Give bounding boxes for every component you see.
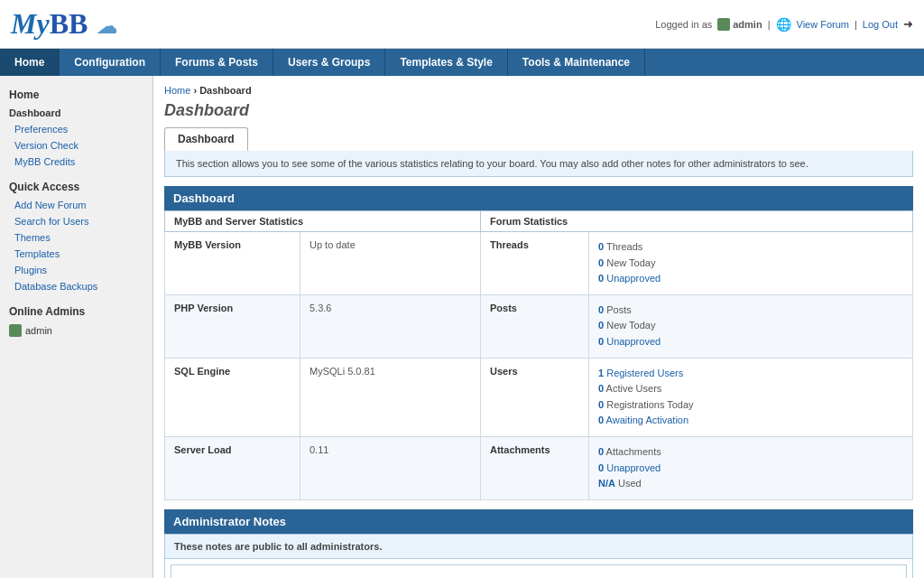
main-layout: Home Dashboard Preferences Version Check… (0, 76, 924, 578)
stat-row-value-3: 0.11 (300, 436, 481, 499)
col-header-mybb: MyBB and Server Statistics (165, 211, 481, 232)
stat-text: Awaiting Activation (604, 415, 688, 425)
stat-row-value-1: 5.3.6 (300, 294, 481, 358)
admin-icon-small: admin (717, 18, 762, 31)
logout-arrow-icon: ➜ (903, 17, 913, 31)
sidebar-item-preferences[interactable]: Preferences (0, 121, 152, 137)
stat-text: Registered Users (604, 368, 683, 378)
description-box: This section allows you to see some of t… (164, 151, 913, 177)
stat-text: New Today (604, 320, 655, 331)
breadcrumb: Home › Dashboard (164, 85, 913, 96)
stat-text: Unapproved (604, 462, 661, 473)
forum-stat-label-0: Threads (481, 232, 589, 295)
forum-stat-values-1: 0 Posts0 New Today0 Unapproved (589, 294, 913, 358)
log-out-link[interactable]: Log Out (863, 19, 898, 30)
view-forum-link[interactable]: View Forum (797, 19, 849, 30)
page-title: Dashboard (164, 101, 913, 120)
stat-text: Registrations Today (604, 399, 693, 410)
stat-text: Threads (604, 241, 642, 252)
navbar: Home Configuration Forums & Posts Users … (0, 49, 924, 76)
forum-stat-label-1: Posts (481, 294, 589, 358)
content-area: Home › Dashboard Dashboard Dashboard Thi… (153, 76, 924, 578)
admin-notes-header: Administrator Notes (164, 509, 913, 534)
online-admin-name: admin (25, 325, 52, 336)
breadcrumb-current: Dashboard (199, 85, 251, 96)
stat-row-label-3: Server Load (165, 436, 300, 499)
forum-stat-values-2: 1 Registered Users0 Active Users0 Regist… (589, 358, 913, 436)
admin-notes-desc: These notes are public to all administra… (164, 534, 913, 559)
online-admin-icon (9, 324, 22, 337)
online-admin-entry: admin (0, 322, 152, 340)
stat-text: Unapproved (604, 273, 661, 284)
nav-home[interactable]: Home (0, 49, 60, 76)
header: MyBB ☁ Logged in as admin | 🌐 View Forum… (0, 0, 924, 49)
logo: MyBB ☁ (11, 7, 116, 41)
stat-text: Unapproved (604, 336, 661, 347)
stat-num: N/A (598, 478, 615, 489)
sidebar-item-plugins[interactable]: Plugins (0, 262, 152, 278)
nav-forums-posts[interactable]: Forums & Posts (161, 49, 273, 76)
nav-configuration[interactable]: Configuration (60, 49, 161, 76)
view-forum-icon: 🌐 (776, 17, 791, 32)
stat-row-label-2: SQL Engine (165, 358, 300, 436)
stat-row-label-1: PHP Version (165, 294, 300, 358)
breadcrumb-home[interactable]: Home (164, 85, 190, 96)
stat-text: Active Users (604, 383, 661, 394)
logo-cloud-icon: ☁ (97, 15, 116, 38)
forum-stat-values-3: 0 Attachments0 UnapprovedN/A Used (589, 436, 913, 499)
stat-text: Posts (604, 304, 632, 315)
separator1: | (768, 19, 771, 30)
sidebar-item-dashboard[interactable]: Dashboard (0, 105, 152, 121)
stat-line: 0 New Today (598, 318, 903, 334)
sidebar-item-mybb-credits[interactable]: MyBB Credits (0, 154, 152, 170)
sidebar-section-home: Home (0, 83, 152, 105)
stat-line: 0 Attachments (598, 444, 903, 461)
sidebar-section-quick-access: Quick Access (0, 175, 152, 197)
notes-area-wrap (164, 559, 913, 578)
admin-notes-textarea[interactable] (171, 564, 907, 578)
stat-line: 0 Registrations Today (598, 397, 903, 414)
stat-line: 0 Unapproved (598, 334, 903, 350)
dashboard-section-header: Dashboard (164, 186, 913, 210)
sidebar-item-search-for-users[interactable]: Search for Users (0, 213, 152, 229)
stat-line: 0 Threads (598, 239, 903, 256)
col-header-forum: Forum Statistics (481, 211, 913, 232)
stat-text: Used (615, 478, 642, 489)
stat-line: N/A Used (598, 476, 903, 492)
sidebar-item-templates[interactable]: Templates (0, 246, 152, 262)
forum-stat-label-2: Users (481, 358, 589, 436)
nav-users-groups[interactable]: Users & Groups (273, 49, 385, 76)
sidebar-section-online-admins: Online Admins (0, 300, 152, 322)
stat-text: New Today (604, 257, 655, 268)
stat-line: 0 Posts (598, 303, 903, 319)
admin-notes-section: Administrator Notes These notes are publ… (164, 509, 913, 578)
sidebar-item-add-new-forum[interactable]: Add New Forum (0, 197, 152, 213)
tab-dashboard[interactable]: Dashboard (164, 127, 248, 151)
logo-text: MyBB (11, 7, 95, 40)
separator2: | (855, 19, 857, 30)
dashboard-section: Dashboard MyBB and Server Statistics For… (164, 186, 913, 500)
stats-table: MyBB and Server Statistics Forum Statist… (164, 210, 913, 500)
sidebar: Home Dashboard Preferences Version Check… (0, 76, 153, 578)
tab-bar: Dashboard (164, 127, 913, 151)
nav-templates-style[interactable]: Templates & Style (385, 49, 507, 76)
top-right-bar: Logged in as admin | 🌐 View Forum | Log … (655, 17, 913, 32)
sidebar-item-database-backups[interactable]: Database Backups (0, 278, 152, 294)
forum-stat-values-0: 0 Threads0 New Today0 Unapproved (589, 232, 913, 295)
sidebar-item-version-check[interactable]: Version Check (0, 137, 152, 154)
stat-text: Attachments (604, 446, 661, 457)
stat-row-value-2: MySQLi 5.0.81 (300, 358, 481, 436)
stat-line: 0 Awaiting Activation (598, 413, 903, 429)
nav-tools-maintenance[interactable]: Tools & Maintenance (508, 49, 645, 76)
stat-line: 0 Unapproved (598, 461, 903, 477)
forum-stat-label-3: Attachments (481, 436, 589, 499)
sidebar-item-themes[interactable]: Themes (0, 229, 152, 246)
stat-line: 0 Active Users (598, 381, 903, 397)
stat-line: 0 New Today (598, 256, 903, 272)
stat-row-label-0: MyBB Version (165, 232, 300, 295)
stat-line: 1 Registered Users (598, 366, 903, 382)
stat-row-value-0: Up to date (300, 232, 481, 295)
stat-line: 0 Unapproved (598, 271, 903, 287)
logged-in-label: Logged in as (655, 19, 712, 30)
logged-in-username: admin (733, 19, 762, 30)
